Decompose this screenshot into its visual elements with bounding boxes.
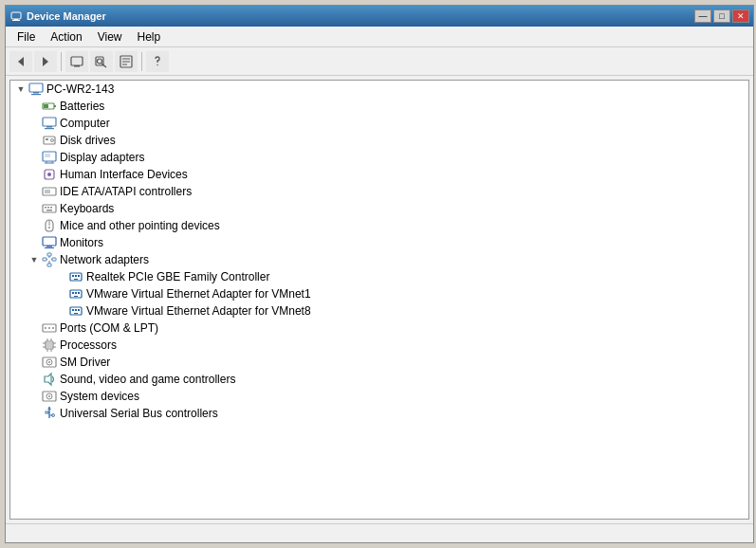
svg-rect-50 [52,258,56,261]
svg-rect-21 [43,118,56,126]
svg-rect-76 [46,342,52,348]
tree-item-processors[interactable]: Processors [10,337,748,354]
tree-root[interactable]: ▼ PC-WR2-143 [10,81,748,98]
hid-icon [42,167,57,182]
tree-item-display-adapters[interactable]: Display adapters [10,149,748,166]
svg-point-44 [48,227,50,228]
svg-point-91 [48,395,50,397]
tree-subitem-2[interactable]: VMware Virtual Ethernet Adapter for VMne… [10,302,748,320]
sub-label-0: Realtek PCIe GBE Family Controller [86,270,269,283]
show-hidden-button[interactable] [65,51,88,72]
sub-expander-2 [54,304,67,318]
nic-icon-1 [68,286,83,301]
maximize-button[interactable]: □ [713,9,730,23]
svg-rect-39 [45,207,46,209]
title-bar-left: Device Manager [9,9,106,23]
tree-item-keyboards[interactable]: Keyboards [10,200,748,217]
tree-item-ide-ata/atapi-controllers[interactable]: IDE ATA/ATAPI controllers [10,183,748,200]
tree-item-batteries[interactable]: Batteries [10,98,748,115]
svg-rect-67 [72,309,74,311]
svg-rect-1 [14,19,18,20]
tree-item-system-devices[interactable]: System devices [10,388,748,405]
tree-item-ports-(com-&-lpt)[interactable]: Ports (COM & LPT) [10,320,748,337]
toolbar-separator-1 [61,52,62,71]
svg-rect-46 [46,246,52,247]
svg-rect-42 [46,210,52,211]
help-button[interactable] [146,51,169,72]
forward-button[interactable] [34,51,57,72]
device-tree[interactable]: ▼ PC-WR2-143 Batteries Computer Disk dri… [9,80,749,520]
svg-rect-57 [72,275,74,277]
svg-point-73 [48,327,50,329]
svg-rect-59 [78,275,80,277]
tree-item-mice-and-other-pointing-devices[interactable]: Mice and other pointing devices [10,217,748,234]
scan-button[interactable] [90,51,113,72]
svg-rect-23 [45,128,54,129]
svg-rect-62 [72,292,74,294]
tree-item-sm-driver[interactable]: SM Driver [10,354,748,371]
tree-item-computer[interactable]: Computer [10,115,748,132]
item-label-1: Computer [60,117,110,130]
toolbar [6,47,753,76]
sub-expander-0 [54,270,67,283]
sub-label-1: VMware Virtual Ethernet Adapter for VMne… [86,287,311,301]
close-button[interactable]: ✕ [732,9,749,23]
keyboard-icon [42,201,57,216]
tree-item-human-interface-devices[interactable]: Human Interface Devices [10,166,748,183]
item-label-11: Processors [60,338,117,352]
expander-12 [28,356,41,369]
svg-rect-22 [46,126,52,128]
tree-item-monitors[interactable]: Monitors [10,234,748,251]
svg-marker-3 [18,57,24,66]
item-label-8: Monitors [60,236,103,249]
svg-rect-20 [44,104,48,108]
svg-rect-49 [43,258,46,261]
svg-point-9 [98,59,102,64]
item-label-3: Display adapters [60,151,144,164]
tree-item-disk-drives[interactable]: Disk drives [10,132,748,149]
tree-item-universal-serial-bus-controllers[interactable]: Universal Serial Bus controllers [10,405,748,422]
menu-view[interactable]: View [90,28,130,46]
svg-point-74 [52,327,54,329]
title-icon [9,9,23,23]
expander-13 [28,373,41,386]
system-icon [42,355,57,370]
item-label-0: Batteries [60,100,104,113]
expander-9: ▼ [28,253,41,266]
menu-help[interactable]: Help [130,28,169,46]
menu-action[interactable]: Action [43,28,89,46]
monitor-icon [42,235,57,250]
usb-icon [42,406,57,421]
item-label-6: Keyboards [60,202,114,215]
processor-icon [42,338,57,353]
item-label-12: SM Driver [60,356,110,369]
tree-subitem-0[interactable]: Realtek PCIe GBE Family Controller [10,268,748,285]
tree-subitem-1[interactable]: VMware Virtual Ethernet Adapter for VMne… [10,285,748,302]
svg-marker-4 [43,57,48,66]
sub-expander-1 [54,287,67,301]
properties-button[interactable] [115,51,138,72]
disk-icon [42,133,57,148]
item-label-5: IDE ATA/ATAPI controllers [60,185,192,198]
computer-icon [28,82,44,97]
expander-root: ▼ [14,82,28,96]
expander-1 [28,117,41,130]
tree-item-network-adapters[interactable]: ▼ Network adapters [10,251,748,268]
svg-point-33 [47,173,51,176]
back-button[interactable] [9,51,32,72]
item-label-10: Ports (COM & LPT) [60,321,158,335]
tree-item-sound,-video-and-game-controllers[interactable]: Sound, video and game controllers [10,371,748,388]
menu-file[interactable]: File [9,28,43,46]
mouse-icon [42,218,57,233]
battery-icon [42,99,57,114]
svg-rect-69 [78,309,80,311]
item-label-14: System devices [60,390,139,403]
svg-rect-68 [75,309,77,311]
expander-0 [28,100,41,113]
minimize-button[interactable]: — [694,9,711,23]
svg-rect-5 [71,57,83,65]
svg-rect-2 [12,20,20,21]
svg-rect-17 [31,94,41,95]
toolbar-separator-2 [141,52,142,71]
expander-5 [28,185,41,198]
